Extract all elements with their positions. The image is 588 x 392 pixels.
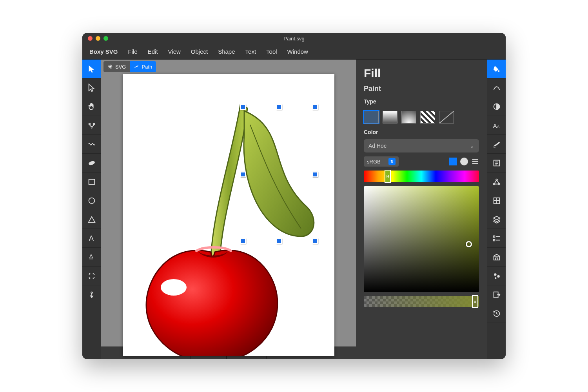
sliders-icon[interactable]: [471, 158, 479, 165]
fill-type-pattern[interactable]: [420, 111, 435, 123]
select-tool[interactable]: [82, 60, 101, 78]
colorspace-select[interactable]: sRGB ⇅: [364, 156, 399, 167]
svg-point-19: [498, 183, 500, 185]
menu-object[interactable]: Object: [191, 48, 208, 55]
generators-panel-button[interactable]: [487, 267, 506, 285]
compositing-panel-button[interactable]: [487, 97, 506, 116]
stepper-icon: ⇅: [388, 158, 396, 165]
artwork-cherry: [123, 74, 334, 356]
fill-type-row: [364, 111, 479, 123]
freehand-tool[interactable]: [82, 135, 101, 154]
hue-marker[interactable]: H: [385, 170, 391, 183]
hue-slider[interactable]: H: [364, 171, 479, 182]
menu-edit[interactable]: Edit: [148, 48, 158, 55]
svg-text:A: A: [89, 253, 93, 259]
handle-w[interactable]: [240, 172, 246, 177]
fill-type-none[interactable]: [439, 111, 454, 123]
close-icon[interactable]: [88, 36, 93, 41]
meta-panel-button[interactable]: [487, 154, 506, 172]
svg-point-4: [89, 198, 94, 203]
breadcrumb-path[interactable]: Path: [130, 61, 156, 72]
direct-select-tool[interactable]: [82, 78, 101, 97]
minimize-icon[interactable]: [96, 36, 100, 41]
svg-rect-11: [472, 161, 478, 162]
canvas[interactable]: [123, 74, 334, 356]
fill-panel-button[interactable]: [487, 60, 506, 78]
swatch-square-icon[interactable]: [449, 158, 457, 165]
blob-tool[interactable]: [82, 154, 101, 172]
svg-point-18: [493, 183, 495, 185]
color-mode-select[interactable]: Ad Hoc ⌄: [364, 139, 479, 152]
typography-panel-button[interactable]: AA: [487, 116, 506, 135]
sv-cursor[interactable]: [466, 241, 472, 247]
alpha-slider[interactable]: α: [364, 296, 479, 307]
color-label: Color: [364, 129, 479, 135]
pan-tool[interactable]: [82, 97, 101, 116]
library-panel-button[interactable]: [487, 248, 506, 267]
titlebar: Paint.svg: [82, 33, 506, 44]
handle-nw[interactable]: [240, 104, 246, 110]
fill-type-linear[interactable]: [383, 111, 397, 123]
svg-point-17: [496, 179, 497, 180]
alpha-marker[interactable]: α: [472, 295, 478, 308]
stroke-panel-button[interactable]: [487, 78, 506, 97]
saturation-value-picker[interactable]: [364, 186, 479, 292]
svg-point-24: [497, 275, 499, 277]
svg-rect-12: [472, 163, 478, 164]
svg-text:A: A: [89, 234, 94, 242]
handle-se[interactable]: [312, 238, 318, 244]
arrange-panel-button[interactable]: [487, 191, 506, 210]
handle-e[interactable]: [312, 172, 318, 177]
shape-panel-button[interactable]: [487, 172, 506, 191]
ellipse-tool[interactable]: [82, 191, 101, 210]
canvas-area: SVG Path: [101, 60, 356, 359]
handle-s[interactable]: [276, 238, 282, 244]
rect-tool[interactable]: [82, 172, 101, 191]
svg-text:A: A: [493, 122, 497, 129]
menu-window[interactable]: Window: [287, 48, 308, 55]
path-icon: [134, 64, 139, 69]
menu-shape[interactable]: Shape: [218, 48, 235, 55]
svg-icon: [107, 64, 113, 69]
brand-label[interactable]: Boxy SVG: [89, 48, 118, 55]
svg-point-2: [88, 160, 95, 165]
svg-line-9: [439, 111, 454, 123]
left-toolbar: A A: [82, 60, 101, 359]
spline-tool[interactable]: [82, 116, 101, 135]
svg-rect-22: [493, 239, 495, 241]
svg-point-25: [494, 277, 496, 279]
menu-text[interactable]: Text: [245, 48, 256, 55]
svg-point-0: [89, 123, 90, 125]
handle-n[interactable]: [276, 104, 282, 110]
svg-rect-21: [493, 236, 495, 237]
elements-panel-button[interactable]: [487, 229, 506, 248]
type-label: Type: [364, 98, 479, 105]
textpath-tool[interactable]: A: [82, 248, 101, 267]
svg-text:A: A: [497, 124, 499, 128]
text-tool[interactable]: A: [82, 229, 101, 248]
svg-rect-10: [472, 159, 478, 160]
menubar: Boxy SVG File Edit View Object Shape Tex…: [82, 44, 506, 60]
layers-panel-button[interactable]: [487, 210, 506, 229]
zoom-icon[interactable]: [103, 36, 108, 41]
app-window: Paint.svg Boxy SVG File Edit View Object…: [82, 33, 506, 359]
menu-file[interactable]: File: [128, 48, 138, 55]
menu-tool[interactable]: Tool: [266, 48, 277, 55]
export-panel-button[interactable]: [487, 285, 506, 304]
panel-section: Paint: [364, 85, 479, 93]
handle-sw[interactable]: [240, 238, 246, 244]
anchor-tool[interactable]: [82, 285, 101, 304]
geometry-panel-button[interactable]: [487, 135, 506, 154]
fill-type-solid[interactable]: [364, 111, 379, 123]
breadcrumb-svg[interactable]: SVG: [103, 61, 130, 72]
history-panel-button[interactable]: [487, 304, 506, 323]
menu-view[interactable]: View: [168, 48, 181, 55]
swatch-circle-icon[interactable]: [460, 158, 468, 165]
handle-ne[interactable]: [312, 104, 318, 110]
breadcrumb: SVG Path: [101, 60, 356, 74]
crop-tool[interactable]: [82, 267, 101, 285]
panel-title: Fill: [364, 67, 479, 80]
triangle-tool[interactable]: [82, 210, 101, 229]
svg-point-8: [161, 279, 187, 296]
fill-type-radial[interactable]: [401, 111, 416, 123]
